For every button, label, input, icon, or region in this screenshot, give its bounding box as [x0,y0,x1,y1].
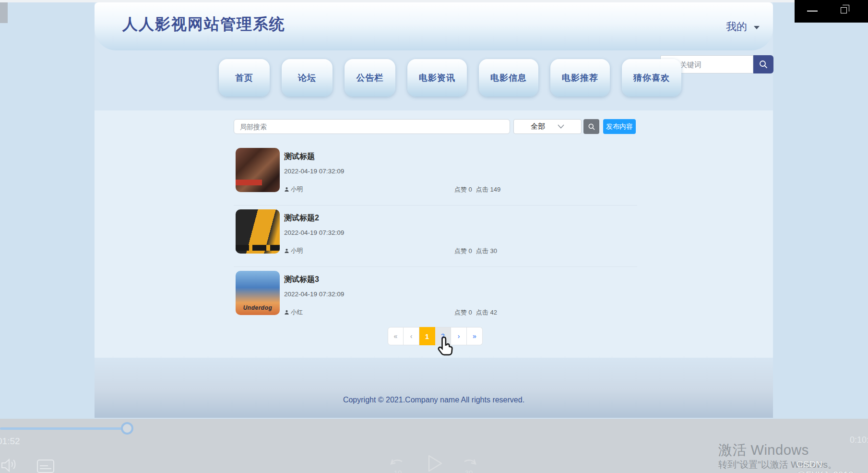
list-item[interactable]: 测试标题2 2022-04-19 07:32:09 小明 点赞 0 点击 30 [234,206,637,267]
search-icon [759,60,768,69]
volume-icon[interactable] [1,457,19,473]
likes-count: 点赞 0 [454,308,472,317]
clicks-count: 点击 42 [476,308,497,317]
pagination-next[interactable]: › [451,327,467,345]
category-selected-value: 全部 [531,122,545,131]
pagination-prev[interactable]: ‹ [404,327,419,345]
csdn-watermark: CSDN @FYKJ_2010 [797,459,868,473]
local-search-input[interactable] [234,119,510,134]
main-nav: 首页 论坛 公告栏 电影资讯 电影信息 电影推荐 猜你喜欢 [219,59,681,97]
user-icon [284,310,289,315]
user-icon [284,248,289,254]
forward-30-button[interactable]: 30 [459,456,479,473]
item-author: 小明 [284,185,303,194]
pagination: « ‹ 1 2 › » [388,327,483,345]
list-item[interactable]: Underdog 测试标题3 2022-04-19 07:32:09 小红 点赞… [234,267,637,328]
item-title[interactable]: 测试标题 [284,152,315,162]
minimize-icon[interactable] [807,11,818,12]
nav-tab-movie-news[interactable]: 电影资讯 [407,59,467,97]
movie-thumbnail[interactable] [236,148,280,192]
subtitles-icon[interactable] [36,459,55,473]
item-datetime: 2022-04-19 07:32:09 [284,229,344,236]
activate-windows-watermark: 激活 Windows [718,441,809,460]
item-stats: 点赞 0 点击 30 [454,247,497,255]
item-title[interactable]: 测试标题3 [284,275,319,285]
user-icon [284,187,289,192]
clicks-count: 点击 30 [476,247,497,255]
elapsed-time: 01:52 [0,436,20,447]
list-item[interactable]: 测试标题 2022-04-19 07:32:09 小明 点赞 0 点击 149 [234,144,637,206]
publish-content-button[interactable]: 发布内容 [603,119,636,134]
nav-tab-guess-you-like[interactable]: 猜你喜欢 [622,59,681,97]
site-header: 人人影视网站管理系统 我的 [95,2,773,50]
video-progress-bar[interactable] [0,427,123,430]
nav-tab-home[interactable]: 首页 [219,59,270,97]
poster-banner [236,245,280,251]
chevron-down-icon [558,124,564,129]
category-select[interactable]: 全部 [513,119,582,134]
rewind-10-button[interactable]: 10 [388,456,408,473]
pagination-page-1[interactable]: 1 [419,327,435,345]
poster-banner [236,180,262,185]
chevron-down-icon [754,26,760,29]
forward-seconds-label: 30 [459,469,479,473]
pagination-last[interactable]: » [467,327,483,345]
page-title: 人人影视网站管理系统 [122,14,285,35]
pagination-first[interactable]: « [388,327,404,345]
content-list: 测试标题 2022-04-19 07:32:09 小明 点赞 0 点击 149 … [234,144,637,328]
rewind-seconds-label: 10 [388,469,408,473]
nav-tab-movie-recommend[interactable]: 电影推荐 [550,59,610,97]
item-title[interactable]: 测试标题2 [284,213,319,223]
item-datetime: 2022-04-19 07:32:09 [284,168,344,175]
nav-tab-movie-info[interactable]: 电影信息 [479,59,538,97]
movie-thumbnail[interactable] [236,209,280,254]
keyword-search-button[interactable] [753,55,773,73]
site-container: 人人影视网站管理系统 我的 首页 论坛 公告栏 电影资讯 电影信息 电影推荐 猜… [95,2,773,418]
left-edge-tab [0,2,8,23]
user-menu-label: 我的 [726,21,747,33]
item-stats: 点赞 0 点击 149 [454,185,500,194]
local-search-button[interactable] [583,119,599,134]
remaining-time: 0:10: [850,435,868,445]
likes-count: 点赞 0 [454,247,472,255]
footer-band [95,355,773,418]
search-icon [588,123,595,131]
item-author: 小红 [284,308,303,316]
poster-title-text: Underdog [236,304,280,311]
item-stats: 点赞 0 点击 42 [454,308,497,317]
clicks-count: 点击 149 [476,185,500,194]
restore-window-icon[interactable] [841,7,847,13]
play-button[interactable] [427,454,443,473]
likes-count: 点赞 0 [454,185,472,194]
item-datetime: 2022-04-19 07:32:09 [284,291,344,298]
nav-tab-forum[interactable]: 论坛 [282,59,333,97]
copyright-text: Copyright © 2021.Company name All rights… [95,396,773,404]
pagination-page-2[interactable]: 2 [435,327,451,345]
window-controls [795,0,868,23]
user-menu-dropdown[interactable]: 我的 [726,20,760,34]
item-author: 小明 [284,247,303,255]
video-progress-handle[interactable] [121,422,133,435]
nav-tab-bulletin[interactable]: 公告栏 [345,59,395,97]
movie-thumbnail[interactable]: Underdog [236,271,280,315]
